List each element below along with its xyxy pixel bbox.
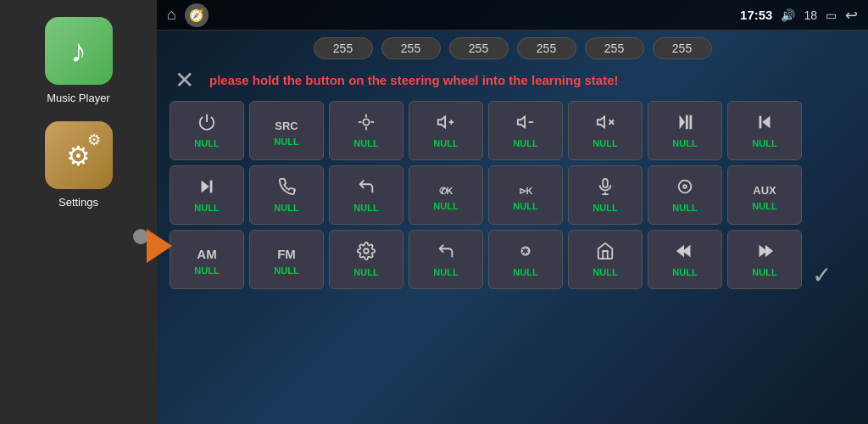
status-left: ⌂ 🧭 <box>167 3 209 27</box>
value-pill-2[interactable]: 255 <box>449 37 509 59</box>
svg-marker-8 <box>518 117 525 128</box>
ctrl-btn-r2-c1[interactable]: FMNULL <box>249 230 324 289</box>
ctrl-label-r2-c7: NULL <box>752 267 776 277</box>
ctrl-btn-r1-c3[interactable]: ✆KNULL <box>409 165 483 225</box>
ctrl-icon-r0-c2 <box>357 113 376 135</box>
ctrl-label-r0-c0: NULL <box>194 138 219 148</box>
ctrl-btn-r1-c5[interactable]: NULL <box>568 165 643 225</box>
ctrl-btn-r0-c5[interactable]: NULL <box>568 101 643 160</box>
ctrl-icon-r1-c0 <box>198 177 216 199</box>
svg-marker-31 <box>765 245 773 258</box>
ctrl-btn-r2-c4[interactable]: ✱NULL <box>488 230 563 289</box>
svg-rect-14 <box>686 115 688 130</box>
ctrl-btn-r1-c7[interactable]: AUXNULL <box>727 165 802 225</box>
ctrl-label-r2-c0: NULL <box>194 265 219 276</box>
confirm-button[interactable]: ✓ <box>807 261 837 289</box>
arrow-indicator <box>147 229 172 263</box>
ctrl-btn-r2-c2[interactable]: NULL <box>329 230 403 289</box>
ctrl-label-r0-c3: NULL <box>433 138 458 148</box>
home-icon[interactable]: ⌂ <box>167 6 176 24</box>
battery-icon: ▭ <box>826 8 837 22</box>
grid-row-2: AMNULLFMNULLNULLNULL✱NULLNULLNULLNULL <box>170 230 802 289</box>
ctrl-icon-r2-c0: AM <box>197 243 216 262</box>
instruction-text: please hold the button on the steering w… <box>209 73 619 87</box>
ctrl-btn-r1-c4[interactable]: ⊳KNULL <box>488 165 563 225</box>
ctrl-btn-r0-c7[interactable]: NULL <box>727 101 802 160</box>
ctrl-icon-r1-c1 <box>277 177 296 199</box>
ctrl-btn-r0-c1[interactable]: SRCNULL <box>249 101 324 160</box>
svg-marker-5 <box>438 117 445 128</box>
ctrl-icon-r0-c5 <box>596 113 615 135</box>
ctrl-label-r2-c1: NULL <box>274 265 298 276</box>
ctrl-label-r2-c3: NULL <box>433 267 458 277</box>
close-button[interactable]: ✕ <box>170 66 199 94</box>
value-pill-5[interactable]: 255 <box>653 37 712 59</box>
ctrl-btn-r2-c5[interactable]: NULL <box>568 230 643 289</box>
ctrl-icon-r0-c3 <box>437 113 455 135</box>
ctrl-btn-r2-c7[interactable]: NULL <box>727 230 802 289</box>
ctrl-btn-r0-c6[interactable]: NULL <box>648 101 722 160</box>
settings-label: Settings <box>58 196 98 209</box>
ctrl-icon-r2-c6 <box>676 242 694 264</box>
nav-icon[interactable]: 🧭 <box>185 3 209 27</box>
svg-marker-10 <box>598 117 604 128</box>
ctrl-label-r0-c5: NULL <box>593 138 617 148</box>
ctrl-icon-r2-c7 <box>755 242 774 264</box>
sidebar-item-music-player[interactable]: ♪ Music Player <box>45 17 113 104</box>
ctrl-btn-r2-c0[interactable]: AMNULL <box>170 230 244 289</box>
back-button[interactable]: ↩ <box>845 6 858 25</box>
ctrl-label-r0-c4: NULL <box>513 138 537 148</box>
ctrl-icon-r1-c2 <box>357 177 376 199</box>
status-right: 17:53 🔊 18 ▭ ↩ <box>740 6 858 25</box>
status-bar: ⌂ 🧭 17:53 🔊 18 ▭ ↩ <box>157 0 868 31</box>
ctrl-label-r2-c5: NULL <box>593 267 617 277</box>
grid-row-0: NULLSRCNULLNULLNULLNULLNULLNULLNULL <box>170 101 802 160</box>
sidebar: ♪ Music Player ⚙ ⚙ Settings <box>0 0 157 424</box>
ctrl-btn-r0-c0[interactable]: NULL <box>170 101 244 160</box>
volume-icon: 🔊 <box>781 8 795 22</box>
panel-area: 255 255 255 255 255 255 ✕ please hold th… <box>157 31 868 424</box>
ctrl-btn-r1-c6[interactable]: NULL <box>648 165 722 225</box>
ctrl-label-r1-c5: NULL <box>593 203 617 213</box>
ctrl-icon-r0-c7 <box>755 113 774 135</box>
svg-marker-18 <box>202 181 209 193</box>
svg-rect-19 <box>210 181 213 193</box>
value-pill-4[interactable]: 255 <box>585 37 644 59</box>
value-pill-1[interactable]: 255 <box>381 37 441 59</box>
ctrl-icon-r2-c2 <box>357 242 376 264</box>
ctrl-btn-r2-c6[interactable]: NULL <box>648 230 722 289</box>
ctrl-btn-r0-c4[interactable]: NULL <box>488 101 563 160</box>
svg-rect-17 <box>760 116 762 129</box>
svg-point-24 <box>683 185 687 188</box>
sidebar-item-settings[interactable]: ⚙ ⚙ Settings <box>45 121 113 209</box>
ctrl-icon-r2-c3 <box>437 242 455 264</box>
ctrl-icon-r0-c0 <box>198 113 216 135</box>
ctrl-btn-r0-c3[interactable]: NULL <box>409 101 483 160</box>
ctrl-icon-r0-c4 <box>516 113 535 135</box>
ctrl-label-r0-c1: NULL <box>274 137 298 147</box>
ctrl-label-r1-c4: NULL <box>513 201 537 211</box>
ctrl-btn-r1-c1[interactable]: NULL <box>249 165 324 225</box>
svg-rect-15 <box>690 115 693 130</box>
value-pill-3[interactable]: 255 <box>517 37 576 59</box>
ctrl-icon-r1-c4: ⊳K <box>519 179 533 198</box>
ctrl-btn-r1-c2[interactable]: NULL <box>329 165 403 225</box>
ctrl-icon-r1-c3: ✆K <box>439 179 453 198</box>
svg-marker-13 <box>680 115 685 130</box>
ctrl-icon-r2-c4: ✱ <box>516 242 535 264</box>
ctrl-icon-r2-c1: FM <box>277 243 296 262</box>
button-grid: NULLSRCNULLNULLNULLNULLNULLNULLNULLNULLN… <box>170 101 802 289</box>
ctrl-btn-r2-c3[interactable]: NULL <box>409 230 483 289</box>
svg-marker-29 <box>676 245 684 258</box>
ctrl-btn-r0-c2[interactable]: NULL <box>329 101 403 160</box>
ctrl-btn-r1-c0[interactable]: NULL <box>170 165 244 225</box>
ctrl-label-r2-c6: NULL <box>672 267 697 277</box>
music-player-icon: ♪ <box>45 17 113 85</box>
svg-point-23 <box>679 181 692 193</box>
ctrl-icon-r2-c5 <box>596 242 615 264</box>
ctrl-label-r1-c7: NULL <box>752 201 776 211</box>
music-player-label: Music Player <box>47 92 109 104</box>
value-pill-0[interactable]: 255 <box>314 37 373 59</box>
ctrl-label-r0-c7: NULL <box>752 138 776 148</box>
ctrl-label-r1-c1: NULL <box>274 203 298 213</box>
